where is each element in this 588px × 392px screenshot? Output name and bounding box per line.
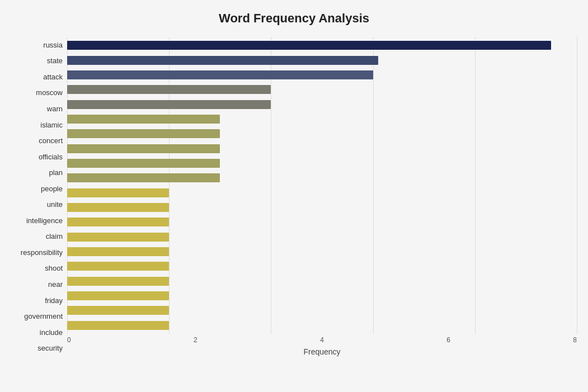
bar [67,70,373,79]
y-label: government [24,313,63,320]
bar [67,321,169,330]
bar [67,233,169,242]
bars-section [67,37,577,334]
bar [67,144,220,153]
bar [67,203,169,212]
bar [67,85,271,94]
y-label: security [37,344,63,352]
bar [67,277,169,286]
x-tick-labels: 02468 [67,336,577,344]
y-label: attack [43,73,63,81]
y-label: plan [49,169,63,176]
bar [67,173,220,182]
x-tick-label: 6 [446,336,450,344]
bar-row [67,246,577,257]
bar-row [67,158,577,169]
x-tick-label: 4 [320,336,324,344]
y-label: state [47,57,63,64]
bar-row [67,232,577,243]
bar-row [67,143,577,154]
bar-row [67,202,577,213]
x-axis-title: Frequency [67,347,577,356]
y-label: shoot [45,265,63,272]
chart-area: russiastateattackmoscowwarnislamicconcer… [11,37,577,356]
bar [67,56,378,65]
y-label: people [41,185,63,192]
bar-row [67,40,577,51]
y-label: unite [47,201,63,208]
bar-row [67,261,577,272]
bar-row [67,172,577,183]
y-label: intelligence [26,217,63,224]
y-label: include [40,329,63,336]
bar [67,41,551,50]
bar [67,291,169,300]
bar [67,100,271,109]
bar-row [67,55,577,66]
bar [67,262,169,271]
y-axis-labels: russiastateattackmoscowwarnislamicconcer… [11,37,67,356]
y-label: officials [39,153,63,160]
y-label: claim [46,233,63,240]
bar [67,306,169,315]
y-label: islamic [40,121,63,129]
bar [67,247,169,256]
bar-row [67,128,577,139]
chart-title: Word Frequency Analysis [11,11,577,26]
bar-row [67,290,577,301]
y-label: warn [47,105,63,112]
x-axis: 02468 Frequency [67,336,577,356]
bar-row [67,276,577,287]
y-label: friday [45,297,63,304]
bars-wrapper [67,37,577,334]
bar [67,188,169,197]
bar [67,115,220,124]
bar-row [67,187,577,199]
y-label: concert [39,137,63,144]
y-label: russia [43,41,63,49]
bar-row [67,99,577,110]
bar-row [67,114,577,125]
y-label: moscow [36,89,63,96]
bar [67,159,220,168]
grid-line [577,37,577,334]
y-label: responsibility [21,249,63,256]
x-tick-label: 2 [194,336,197,344]
chart-container: Word Frequency Analysis russiastateattac… [0,0,588,392]
y-label: near [48,281,63,288]
bar [67,218,169,226]
x-tick-label: 0 [67,336,71,344]
bar-row [67,305,577,316]
bar-row [67,216,577,228]
bars-and-x: 02468 Frequency [67,37,577,356]
bar-row [67,69,577,81]
x-tick-label: 8 [573,336,577,344]
bar [67,129,220,138]
bar-row [67,84,577,95]
bar-row [67,320,577,331]
